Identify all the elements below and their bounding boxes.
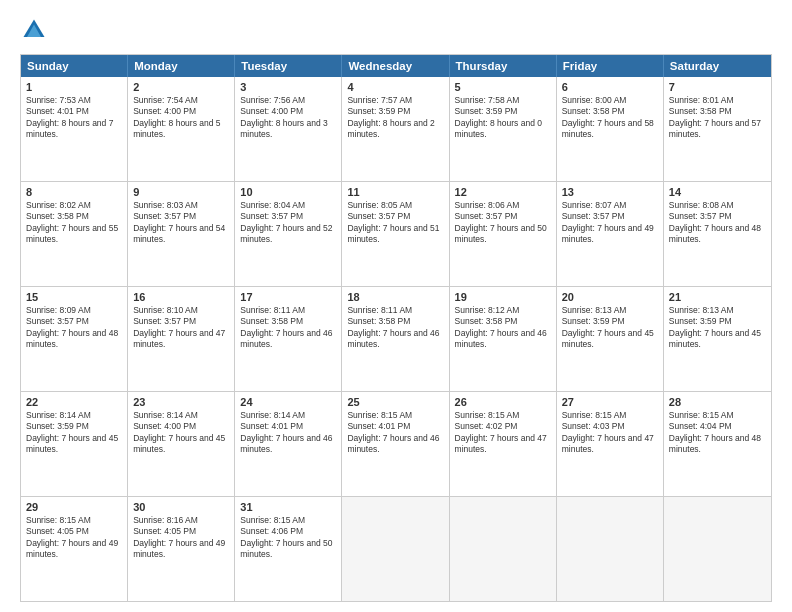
- sunset: Sunset: 3:58 PM: [669, 106, 766, 117]
- week-row-3: 15 Sunrise: 8:09 AM Sunset: 3:57 PM Dayl…: [21, 287, 771, 392]
- cal-cell: 29 Sunrise: 8:15 AM Sunset: 4:05 PM Dayl…: [21, 497, 128, 601]
- cal-cell: 28 Sunrise: 8:15 AM Sunset: 4:04 PM Dayl…: [664, 392, 771, 496]
- calendar-header: SundayMondayTuesdayWednesdayThursdayFrid…: [21, 55, 771, 77]
- day-number: 15: [26, 291, 122, 303]
- cal-cell: 26 Sunrise: 8:15 AM Sunset: 4:02 PM Dayl…: [450, 392, 557, 496]
- sunrise: Sunrise: 7:57 AM: [347, 95, 443, 106]
- cal-cell: 6 Sunrise: 8:00 AM Sunset: 3:58 PM Dayli…: [557, 77, 664, 181]
- daylight: Daylight: 7 hours and 49 minutes.: [26, 538, 122, 561]
- cal-cell: 24 Sunrise: 8:14 AM Sunset: 4:01 PM Dayl…: [235, 392, 342, 496]
- sunset: Sunset: 4:00 PM: [240, 106, 336, 117]
- day-number: 10: [240, 186, 336, 198]
- sunset: Sunset: 4:02 PM: [455, 421, 551, 432]
- cal-cell: 17 Sunrise: 8:11 AM Sunset: 3:58 PM Dayl…: [235, 287, 342, 391]
- sunset: Sunset: 3:57 PM: [133, 211, 229, 222]
- sunrise: Sunrise: 7:53 AM: [26, 95, 122, 106]
- day-number: 22: [26, 396, 122, 408]
- col-header-saturday: Saturday: [664, 55, 771, 77]
- day-number: 9: [133, 186, 229, 198]
- sunset: Sunset: 3:57 PM: [347, 211, 443, 222]
- sunrise: Sunrise: 8:15 AM: [347, 410, 443, 421]
- sunset: Sunset: 3:57 PM: [26, 316, 122, 327]
- col-header-wednesday: Wednesday: [342, 55, 449, 77]
- day-number: 29: [26, 501, 122, 513]
- sunrise: Sunrise: 8:14 AM: [240, 410, 336, 421]
- sunset: Sunset: 4:01 PM: [26, 106, 122, 117]
- cal-cell: 14 Sunrise: 8:08 AM Sunset: 3:57 PM Dayl…: [664, 182, 771, 286]
- sunrise: Sunrise: 7:56 AM: [240, 95, 336, 106]
- daylight: Daylight: 7 hours and 55 minutes.: [26, 223, 122, 246]
- sunrise: Sunrise: 8:12 AM: [455, 305, 551, 316]
- sunrise: Sunrise: 8:00 AM: [562, 95, 658, 106]
- daylight: Daylight: 7 hours and 48 minutes.: [26, 328, 122, 351]
- sunset: Sunset: 4:05 PM: [133, 526, 229, 537]
- daylight: Daylight: 7 hours and 46 minutes.: [347, 328, 443, 351]
- sunset: Sunset: 4:04 PM: [669, 421, 766, 432]
- sunset: Sunset: 4:01 PM: [347, 421, 443, 432]
- cal-cell: 13 Sunrise: 8:07 AM Sunset: 3:57 PM Dayl…: [557, 182, 664, 286]
- daylight: Daylight: 8 hours and 5 minutes.: [133, 118, 229, 141]
- col-header-sunday: Sunday: [21, 55, 128, 77]
- sunrise: Sunrise: 7:58 AM: [455, 95, 551, 106]
- daylight: Daylight: 7 hours and 58 minutes.: [562, 118, 658, 141]
- sunset: Sunset: 3:59 PM: [26, 421, 122, 432]
- sunset: Sunset: 3:59 PM: [347, 106, 443, 117]
- sunset: Sunset: 4:00 PM: [133, 421, 229, 432]
- daylight: Daylight: 7 hours and 46 minutes.: [347, 433, 443, 456]
- day-number: 6: [562, 81, 658, 93]
- daylight: Daylight: 7 hours and 52 minutes.: [240, 223, 336, 246]
- daylight: Daylight: 7 hours and 50 minutes.: [240, 538, 336, 561]
- sunset: Sunset: 4:01 PM: [240, 421, 336, 432]
- header: [20, 16, 772, 44]
- sunrise: Sunrise: 8:15 AM: [669, 410, 766, 421]
- week-row-1: 1 Sunrise: 7:53 AM Sunset: 4:01 PM Dayli…: [21, 77, 771, 182]
- day-number: 17: [240, 291, 336, 303]
- daylight: Daylight: 7 hours and 48 minutes.: [669, 433, 766, 456]
- cal-cell: 22 Sunrise: 8:14 AM Sunset: 3:59 PM Dayl…: [21, 392, 128, 496]
- sunset: Sunset: 3:57 PM: [133, 316, 229, 327]
- cal-cell: 2 Sunrise: 7:54 AM Sunset: 4:00 PM Dayli…: [128, 77, 235, 181]
- sunrise: Sunrise: 8:16 AM: [133, 515, 229, 526]
- logo-icon: [20, 16, 48, 44]
- calendar: SundayMondayTuesdayWednesdayThursdayFrid…: [20, 54, 772, 602]
- sunrise: Sunrise: 8:13 AM: [669, 305, 766, 316]
- daylight: Daylight: 7 hours and 45 minutes.: [669, 328, 766, 351]
- sunrise: Sunrise: 8:09 AM: [26, 305, 122, 316]
- cal-cell: 7 Sunrise: 8:01 AM Sunset: 3:58 PM Dayli…: [664, 77, 771, 181]
- daylight: Daylight: 8 hours and 7 minutes.: [26, 118, 122, 141]
- day-number: 5: [455, 81, 551, 93]
- sunset: Sunset: 3:58 PM: [455, 316, 551, 327]
- day-number: 23: [133, 396, 229, 408]
- daylight: Daylight: 7 hours and 49 minutes.: [133, 538, 229, 561]
- daylight: Daylight: 8 hours and 2 minutes.: [347, 118, 443, 141]
- day-number: 21: [669, 291, 766, 303]
- sunset: Sunset: 3:58 PM: [347, 316, 443, 327]
- week-row-2: 8 Sunrise: 8:02 AM Sunset: 3:58 PM Dayli…: [21, 182, 771, 287]
- day-number: 2: [133, 81, 229, 93]
- cal-cell: [450, 497, 557, 601]
- cal-cell: 5 Sunrise: 7:58 AM Sunset: 3:59 PM Dayli…: [450, 77, 557, 181]
- cal-cell: 8 Sunrise: 8:02 AM Sunset: 3:58 PM Dayli…: [21, 182, 128, 286]
- day-number: 12: [455, 186, 551, 198]
- sunset: Sunset: 3:57 PM: [562, 211, 658, 222]
- day-number: 4: [347, 81, 443, 93]
- daylight: Daylight: 7 hours and 57 minutes.: [669, 118, 766, 141]
- daylight: Daylight: 7 hours and 46 minutes.: [240, 433, 336, 456]
- daylight: Daylight: 7 hours and 47 minutes.: [133, 328, 229, 351]
- cal-cell: 30 Sunrise: 8:16 AM Sunset: 4:05 PM Dayl…: [128, 497, 235, 601]
- sunrise: Sunrise: 8:11 AM: [347, 305, 443, 316]
- day-number: 18: [347, 291, 443, 303]
- cal-cell: 27 Sunrise: 8:15 AM Sunset: 4:03 PM Dayl…: [557, 392, 664, 496]
- daylight: Daylight: 7 hours and 47 minutes.: [455, 433, 551, 456]
- sunset: Sunset: 3:59 PM: [455, 106, 551, 117]
- sunrise: Sunrise: 8:15 AM: [455, 410, 551, 421]
- col-header-friday: Friday: [557, 55, 664, 77]
- day-number: 11: [347, 186, 443, 198]
- sunset: Sunset: 3:58 PM: [26, 211, 122, 222]
- sunrise: Sunrise: 8:02 AM: [26, 200, 122, 211]
- sunrise: Sunrise: 8:10 AM: [133, 305, 229, 316]
- sunrise: Sunrise: 8:14 AM: [133, 410, 229, 421]
- cal-cell: 15 Sunrise: 8:09 AM Sunset: 3:57 PM Dayl…: [21, 287, 128, 391]
- week-row-4: 22 Sunrise: 8:14 AM Sunset: 3:59 PM Dayl…: [21, 392, 771, 497]
- day-number: 1: [26, 81, 122, 93]
